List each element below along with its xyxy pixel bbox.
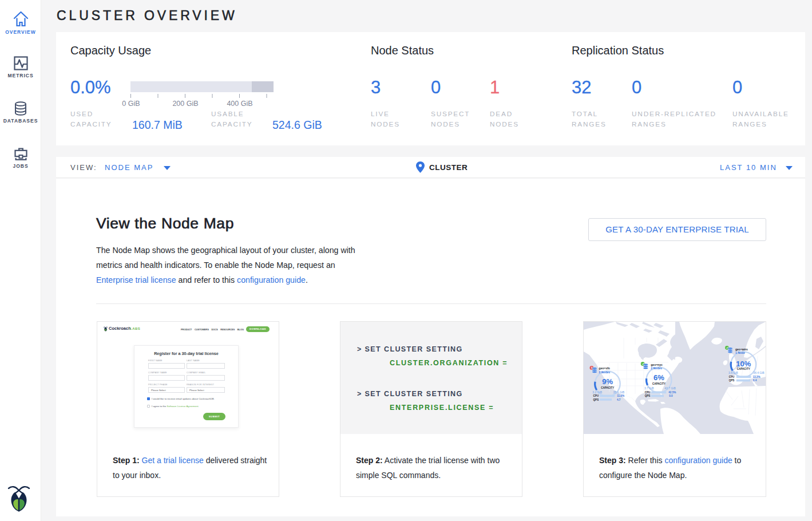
svg-text:CPU: CPU [593,394,599,397]
svg-text:4.7: 4.7 [617,398,621,401]
svg-text:3.7 GiB: 3.7 GiB [644,386,654,390]
svg-text:geo=sfo: geo=sfo [599,366,610,370]
svg-text:0.4: 0.4 [753,379,757,382]
svg-text:2 Nodes: 2 Nodes [651,366,662,370]
svg-text:43.7 GiB: 43.7 GiB [664,386,676,390]
svg-text:CAPACITY: CAPACITY [737,368,750,370]
svg-text:1 Node: 1 Node [735,351,745,354]
svg-text:QPS: QPS [593,398,599,401]
svg-text:geo=nyc: geo=nyc [651,363,663,366]
svg-text:CAPACITY: CAPACITY [652,382,666,385]
svg-text:QPS: QPS [645,394,651,397]
svg-text:9%: 9% [602,377,613,386]
svg-text:34.4 GiB: 34.4 GiB [753,371,765,374]
svg-text:CPU: CPU [729,376,735,378]
svg-text:QPS: QPS [729,379,735,382]
svg-text:35.1 GiB: 35.1 GiB [613,390,625,394]
svg-text:3.6 GiB: 3.6 GiB [728,371,738,374]
svg-text:CAPACITY: CAPACITY [601,386,614,389]
svg-text:0.0: 0.0 [669,394,673,397]
svg-text:2 Nodes: 2 Nodes [599,370,611,374]
svg-text:6%: 6% [653,373,664,382]
svg-text:CPU: CPU [645,391,651,394]
svg-text:3.2 GiB: 3.2 GiB [592,390,602,394]
svg-text:geo=ams: geo=ams [735,348,748,351]
svg-text:11.0%: 11.0% [617,394,624,397]
svg-text:13.3%: 13.3% [752,376,760,378]
svg-text:42.5%: 42.5% [668,391,676,394]
